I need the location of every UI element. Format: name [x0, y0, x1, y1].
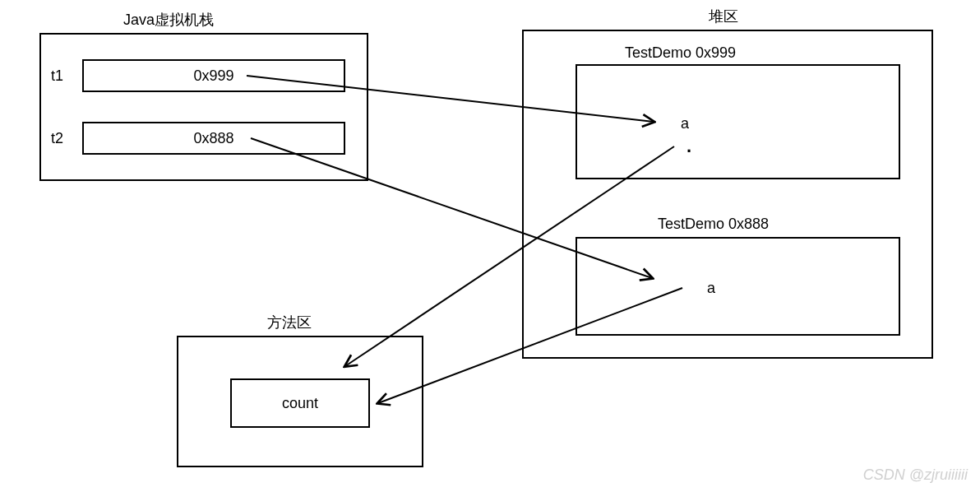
stack-entry-box-t2: 0x888: [82, 122, 345, 155]
stack-entry-value-t2: 0x888: [193, 130, 233, 147]
heap-object-dot-0: .: [686, 136, 691, 157]
stack-entry-name-t1: t1: [51, 67, 63, 85]
stack-entry-box-t1: 0x999: [82, 59, 345, 92]
method-area-field: count: [282, 395, 318, 412]
method-area-field-box: count: [230, 378, 370, 428]
stack-entry-value-t1: 0x999: [193, 67, 233, 85]
stack-title: Java虚拟机栈: [123, 10, 214, 30]
heap-title: 堆区: [709, 7, 738, 26]
heap-object-field-0: a: [681, 115, 689, 132]
stack-box: [39, 33, 368, 181]
diagram-canvas: Java虚拟机栈 t1 0x999 t2 0x888 堆区 TestDemo 0…: [0, 0, 980, 492]
heap-object-box-0: [576, 64, 900, 179]
stack-entry-name-t2: t2: [51, 130, 63, 147]
heap-object-field-1: a: [707, 280, 715, 297]
heap-object-header-0: TestDemo 0x999: [625, 44, 736, 62]
heap-object-header-1: TestDemo 0x888: [658, 216, 769, 233]
heap-object-box-1: [576, 237, 900, 336]
watermark: CSDN @zjruiiiiii: [863, 466, 968, 484]
method-area-title: 方法区: [267, 313, 312, 332]
